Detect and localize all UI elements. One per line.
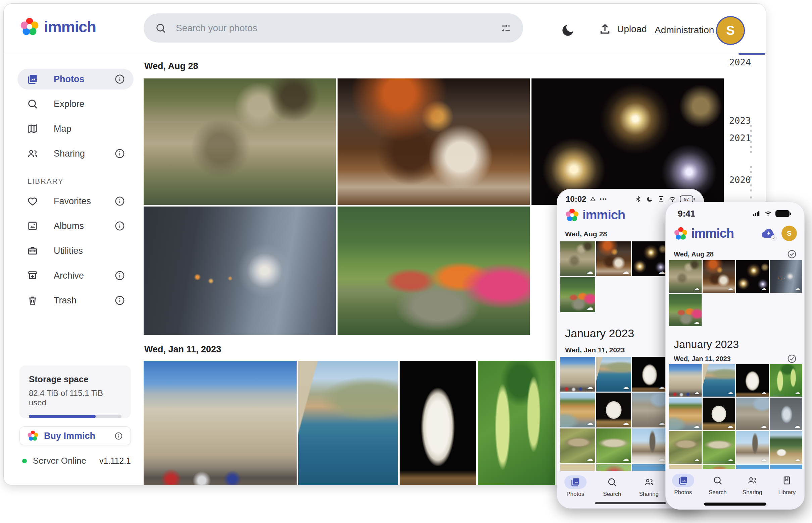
scrubber-year[interactable]: 2023	[729, 115, 751, 126]
sidebar-item-sharing[interactable]: Sharing	[17, 143, 134, 164]
scrubber-year[interactable]: 2020	[729, 175, 751, 185]
logo-text: immich	[583, 208, 625, 222]
scrubber-handle[interactable]	[739, 53, 765, 55]
empty-cell	[632, 277, 667, 312]
photo-castle-ruin[interactable]: ☁	[632, 393, 667, 428]
sidebar-item-photos[interactable]: Photos	[17, 69, 134, 90]
info-icon[interactable]	[114, 295, 125, 306]
nav-item-photos[interactable]: Photos	[557, 475, 594, 498]
server-status-row: Server Online v1.112.1	[22, 456, 131, 466]
search-filters-icon[interactable]	[500, 22, 512, 34]
scrubber-year[interactable]: 2024	[729, 57, 751, 67]
photo-fortress-walls[interactable]	[144, 361, 297, 485]
photo-white-bust[interactable]	[400, 361, 476, 485]
home-indicator	[704, 503, 766, 506]
photo-fireworks[interactable]: ☁	[736, 260, 769, 293]
photo-monkeys-zoo[interactable]: ☁	[560, 241, 595, 276]
photo-marble-sculpture[interactable]: ☁	[703, 398, 735, 430]
photo-autumn-park-path[interactable]: ☁	[669, 294, 702, 326]
cloud-icon: ☁	[622, 419, 629, 426]
logo-text: immich	[44, 18, 96, 36]
nav-item-sharing[interactable]: Sharing	[630, 475, 668, 498]
photo-beach-cliff[interactable]: ☁	[669, 398, 702, 430]
info-icon[interactable]	[114, 220, 125, 232]
info-icon[interactable]	[114, 148, 125, 159]
photo-autumn-park-path[interactable]: ☁	[560, 277, 595, 312]
photo-autumn-park-path[interactable]	[338, 206, 530, 335]
nav-item-search[interactable]: Search	[594, 475, 631, 498]
photo-monkeys-zoo[interactable]: ☁	[669, 260, 702, 293]
nav-label: Photos	[566, 491, 584, 498]
photo-fireworks[interactable]: ☁	[632, 241, 667, 276]
user-avatar[interactable]: S	[781, 226, 797, 241]
nav-item-search[interactable]: Search	[700, 474, 735, 496]
photo-monkeys-zoo[interactable]	[144, 78, 336, 205]
cloud-icon: ☁	[587, 304, 593, 311]
storage-usage-text: 82.4 TiB of 115.1 TiB used	[29, 389, 121, 407]
cloud-icon: ☁	[694, 319, 699, 325]
upload-button[interactable]: Upload	[598, 22, 647, 36]
sidebar-item-trash[interactable]: Trash	[17, 290, 134, 311]
cloud-icon: ☁	[622, 455, 629, 462]
info-icon[interactable]	[114, 270, 125, 281]
search-bar[interactable]	[144, 13, 523, 42]
sim-missing-icon	[657, 195, 665, 203]
cloud-icon: ☁	[761, 390, 767, 395]
photo-coastal-town[interactable]	[298, 361, 398, 485]
photo-holding-hands[interactable]	[144, 206, 336, 335]
photo-fireworks[interactable]	[532, 78, 724, 205]
cloud-sync-icon[interactable]: ✓	[761, 226, 776, 241]
select-all-check-icon[interactable]	[787, 354, 797, 364]
administration-link[interactable]: Administration	[655, 25, 714, 36]
info-icon[interactable]	[114, 73, 125, 85]
status-more-icon: •••	[600, 196, 607, 202]
nav-item-photos[interactable]: Photos	[666, 474, 700, 496]
photo-coastal-town[interactable]: ☁	[596, 357, 631, 392]
photo-winter-village[interactable]: ☁	[736, 431, 769, 464]
photo-holding-hands[interactable]: ☁	[770, 260, 802, 293]
photo-autumn-dinner[interactable]	[338, 78, 530, 205]
date-label: Wed, Jan 11, 2023	[674, 355, 787, 363]
scrubber-year[interactable]: 2021	[729, 133, 751, 143]
photo-castle-ruin[interactable]: ☁	[736, 398, 769, 430]
info-icon[interactable]	[114, 431, 123, 440]
sidebar-item-archive[interactable]: Archive	[17, 265, 134, 286]
photo-lizard-2[interactable]: ☁	[703, 431, 735, 464]
photo-marble-sculpture[interactable]: ☁	[596, 393, 631, 428]
sidebar-item-label: Trash	[54, 295, 76, 306]
immich-logo[interactable]: immich	[20, 17, 96, 37]
search-input[interactable]	[175, 22, 491, 34]
photo-lizard-2[interactable]: ☁	[596, 429, 631, 463]
user-avatar[interactable]: S	[716, 16, 745, 45]
photo-winter-village[interactable]: ☁	[632, 429, 667, 463]
photo-lizard-1[interactable]: ☁	[560, 429, 595, 463]
sidebar-item-map[interactable]: Map	[17, 118, 134, 139]
photo-coastal-town[interactable]: ☁	[703, 364, 735, 397]
sidebar-item-explore[interactable]: Explore	[17, 93, 134, 114]
photo-lizard-1[interactable]: ☁	[669, 431, 702, 464]
cloud-icon: ☁	[761, 423, 767, 429]
photo-beach-cliff[interactable]: ☁	[560, 393, 595, 428]
sidebar-item-favorites[interactable]: Favorites	[17, 191, 134, 212]
photo-fortress-walls[interactable]: ☁	[669, 364, 702, 397]
cloud-icon: ☁	[587, 419, 593, 426]
photo-fortress-walls[interactable]: ☁	[560, 357, 595, 392]
nav-item-sharing[interactable]: Sharing	[735, 474, 770, 496]
select-all-check-icon[interactable]	[787, 249, 797, 259]
sidebar-item-utilities[interactable]: Utilities	[17, 240, 134, 261]
library-icon	[776, 474, 798, 487]
photo-silver-ornament[interactable]: ☁	[770, 398, 802, 430]
photo-alpine-farm[interactable]: ☁	[770, 431, 802, 464]
photo-white-bust[interactable]: ☁	[736, 364, 769, 397]
wifi-icon	[668, 195, 676, 203]
photo-white-bust[interactable]: ☁	[632, 357, 667, 392]
photo-autumn-dinner[interactable]: ☁	[703, 260, 735, 293]
nav-item-library[interactable]: Library	[770, 474, 804, 496]
dark-mode-toggle-icon[interactable]	[561, 23, 575, 38]
buy-immich-button[interactable]: Buy Immich	[19, 427, 131, 445]
photo-green-berries[interactable]: ☁	[770, 364, 802, 397]
sidebar-item-albums[interactable]: Albums	[17, 216, 134, 236]
photo-autumn-dinner[interactable]: ☁	[596, 241, 631, 276]
photo-green-berries[interactable]	[478, 361, 555, 485]
info-icon[interactable]	[114, 196, 125, 207]
